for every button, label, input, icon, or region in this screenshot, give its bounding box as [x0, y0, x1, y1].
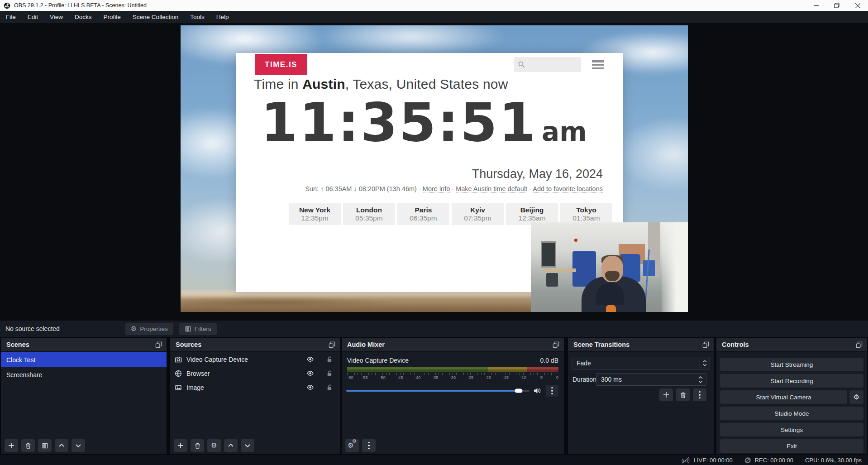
- city-card-tokyo: Tokyo01:35am: [560, 203, 612, 225]
- lock-icon[interactable]: [326, 356, 333, 363]
- filter-icon: [185, 326, 191, 332]
- kebab-menu-icon: [551, 387, 553, 395]
- duration-spinbox[interactable]: 300 ms: [596, 373, 706, 386]
- start-streaming-button[interactable]: Start Streaming: [720, 358, 863, 371]
- mixer-channel-row: Video Capture Device 0.0 dB: [347, 357, 558, 364]
- source-properties-button[interactable]: ⚙: [207, 439, 221, 452]
- rec-status: REC: 00:00:00: [744, 457, 793, 464]
- visibility-eye-icon[interactable]: [306, 369, 314, 377]
- restore-button[interactable]: [826, 0, 847, 11]
- volume-slider-handle[interactable]: [515, 389, 522, 393]
- select-spinner-icons[interactable]: [700, 357, 710, 369]
- add-scene-button[interactable]: [5, 439, 18, 452]
- visibility-eye-icon[interactable]: [306, 384, 314, 391]
- window-controls: [806, 0, 868, 11]
- date-text: Thursday, May 16, 2024: [472, 167, 603, 181]
- make-default-link: Make Austin time default: [456, 185, 527, 193]
- menu-docks[interactable]: Docks: [69, 11, 98, 23]
- popout-icon[interactable]: [155, 341, 162, 348]
- move-source-up-button[interactable]: [224, 439, 238, 452]
- scenes-header[interactable]: Scenes: [1, 338, 167, 352]
- scene-item-clock-test[interactable]: Clock Test: [1, 352, 167, 367]
- add-source-button[interactable]: [174, 439, 187, 452]
- popout-icon[interactable]: [856, 341, 863, 348]
- menu-help[interactable]: Help: [210, 11, 235, 23]
- move-scene-down-button[interactable]: [72, 439, 85, 452]
- mixer-channel-menu-button[interactable]: [546, 385, 558, 397]
- exit-button[interactable]: Exit: [720, 439, 863, 453]
- move-scene-up-button[interactable]: [55, 439, 68, 452]
- city-card-london: London05:35pm: [343, 203, 395, 225]
- clock-time: 11:35:51: [261, 91, 537, 153]
- studio-mode-button[interactable]: Studio Mode: [720, 407, 863, 420]
- controls-header[interactable]: Controls: [716, 338, 867, 352]
- add-favorite-link: Add to favorite locations: [533, 185, 603, 193]
- audio-mixer-header[interactable]: Audio Mixer: [342, 338, 564, 352]
- transition-properties-button[interactable]: [693, 388, 706, 401]
- sources-header[interactable]: Sources: [170, 338, 340, 352]
- menu-file[interactable]: File: [0, 11, 22, 23]
- window-title: OBS 29.1.2 - Profile: LLHLS BETA - Scene…: [14, 2, 147, 9]
- obs-window: OBS 29.1.2 - Profile: LLHLS BETA - Scene…: [0, 0, 868, 465]
- volume-slider[interactable]: [346, 390, 529, 392]
- popout-icon[interactable]: [702, 341, 709, 348]
- menu-view[interactable]: View: [44, 11, 69, 23]
- webcam-person-shirt-logo: [606, 305, 616, 312]
- settings-button[interactable]: Settings: [720, 423, 863, 436]
- clock-display: 11:35:51 am: [261, 91, 587, 153]
- scenes-dock: Scenes Clock Test Screenshare: [1, 338, 167, 454]
- program-canvas[interactable]: TIME.IS Time in Austin, Texas, United St…: [181, 25, 688, 312]
- mixer-menu-button[interactable]: [362, 439, 376, 452]
- menu-tools[interactable]: Tools: [184, 11, 210, 23]
- transitions-header[interactable]: Scene Transitions: [568, 338, 714, 352]
- webcam-decor: [541, 241, 556, 268]
- lock-icon[interactable]: [326, 384, 333, 391]
- mixer-toolbar: ⚙⚙: [345, 439, 376, 452]
- remove-transition-button[interactable]: [676, 388, 690, 401]
- add-transition-button[interactable]: [659, 388, 673, 401]
- properties-button[interactable]: ⚙ Properties: [125, 323, 173, 335]
- record-off-icon: [744, 457, 751, 464]
- volume-row: [346, 385, 558, 397]
- sources-toolbar: ⚙: [174, 439, 254, 452]
- transition-selected-value: Fade: [577, 360, 700, 367]
- scene-item-screenshare[interactable]: Screenshare: [1, 367, 167, 382]
- remove-source-button[interactable]: [191, 439, 204, 452]
- mixer-db-value: 0.0 dB: [540, 357, 558, 364]
- source-row-image[interactable]: Image: [170, 380, 340, 394]
- scene-filters-button[interactable]: [38, 439, 52, 452]
- popout-icon[interactable]: [329, 341, 335, 348]
- virtual-camera-config-button[interactable]: ⚙: [849, 390, 863, 404]
- source-row-video-capture[interactable]: Video Capture Device: [170, 352, 340, 366]
- move-source-down-button[interactable]: [241, 439, 254, 452]
- volume-meter: [347, 367, 558, 372]
- world-clock-row: New York12:35pm London05:35pm Paris06:35…: [289, 203, 612, 225]
- start-recording-button[interactable]: Start Recording: [720, 374, 863, 388]
- close-button[interactable]: [847, 0, 868, 11]
- visibility-eye-icon[interactable]: [306, 355, 314, 363]
- scene-transitions-dock: Scene Transitions Fade Duration 300 ms: [568, 338, 714, 454]
- spinbox-arrows[interactable]: [696, 376, 705, 383]
- menu-profile[interactable]: Profile: [98, 11, 127, 23]
- live-time-text: LIVE: 00:00:00: [694, 457, 733, 464]
- start-virtual-camera-button[interactable]: Start Virtual Camera: [720, 390, 847, 404]
- webcam-person: [578, 256, 649, 312]
- lock-icon[interactable]: [326, 370, 333, 377]
- filters-button[interactable]: Filters: [179, 323, 217, 335]
- webcam-decor: [546, 273, 558, 287]
- advanced-audio-button[interactable]: ⚙⚙: [345, 439, 359, 452]
- menu-scene-collection[interactable]: Scene Collection: [127, 11, 184, 23]
- source-row-browser[interactable]: Browser: [170, 366, 340, 380]
- speaker-icon[interactable]: [534, 387, 542, 394]
- mixer-channel-name: Video Capture Device: [347, 357, 409, 364]
- popout-icon[interactable]: [553, 341, 559, 348]
- remove-scene-button[interactable]: [21, 439, 35, 452]
- sun-info-line: Sun: ↑ 06:35AM ↓ 08:20PM (13h 46m) - Mor…: [305, 185, 603, 192]
- clock-meridiem: am: [542, 116, 587, 147]
- kebab-menu-icon: [368, 442, 370, 450]
- globe-icon: [175, 370, 182, 377]
- transition-select[interactable]: Fade: [572, 357, 710, 369]
- minimize-button[interactable]: [806, 0, 826, 11]
- menu-edit[interactable]: Edit: [22, 11, 44, 23]
- hamburger-menu-icon: [592, 60, 604, 69]
